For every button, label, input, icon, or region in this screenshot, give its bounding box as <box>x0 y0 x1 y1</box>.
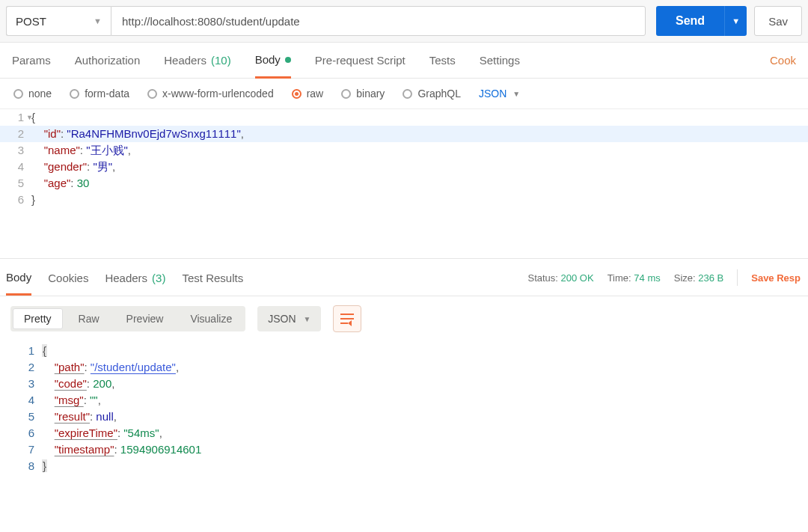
resp-tab-headers[interactable]: Headers (3) <box>105 272 165 294</box>
tab-tests[interactable]: Tests <box>429 54 456 77</box>
send-button-group: Send ▼ <box>656 6 747 36</box>
body-indicator-dot <box>285 57 291 63</box>
wrap-lines-button[interactable] <box>333 305 361 332</box>
cookies-link[interactable]: Cook <box>770 54 796 77</box>
url-input[interactable] <box>111 6 646 36</box>
response-format-select[interactable]: JSON ▼ <box>257 306 321 331</box>
request-tabs: Params Authorization Headers (10) Body P… <box>0 43 808 79</box>
body-type-row: none form-data x-www-form-urlencoded raw… <box>0 79 808 109</box>
resp-tab-headers-label: Headers <box>105 272 147 284</box>
save-response-button[interactable]: Save Resp <box>751 272 801 284</box>
size-label: Size: <box>674 272 696 284</box>
view-pretty[interactable]: Pretty <box>13 308 63 329</box>
divider <box>737 269 738 286</box>
view-raw[interactable]: Raw <box>65 306 113 331</box>
time-value: 74 ms <box>634 272 660 284</box>
send-dropdown[interactable]: ▼ <box>724 6 747 36</box>
body-type-form-data[interactable]: form-data <box>70 88 129 100</box>
send-button[interactable]: Send <box>656 6 724 36</box>
view-preview[interactable]: Preview <box>113 306 177 331</box>
tab-headers[interactable]: Headers (10) <box>164 54 230 77</box>
tab-headers-label: Headers <box>164 54 206 67</box>
view-visualize[interactable]: Visualize <box>177 306 245 331</box>
chevron-down-icon: ▼ <box>94 16 102 25</box>
resp-tab-cookies[interactable]: Cookies <box>48 272 88 294</box>
resp-tab-test-results[interactable]: Test Results <box>182 272 243 294</box>
status-value: 200 OK <box>561 272 594 284</box>
tab-body[interactable]: Body <box>255 53 291 79</box>
response-body-viewer[interactable]: 1{2 "path": "/student/update",3 "code": … <box>0 341 808 474</box>
method-value: POST <box>16 15 46 28</box>
tab-params[interactable]: Params <box>12 54 51 77</box>
time-label: Time: <box>607 272 631 284</box>
content-type-select[interactable]: JSON ▼ <box>479 88 520 100</box>
chevron-down-icon: ▼ <box>732 16 740 25</box>
view-mode-group: Pretty Raw Preview Visualize <box>10 306 245 331</box>
headers-count: (10) <box>211 54 231 67</box>
response-format-value: JSON <box>268 313 296 325</box>
response-meta: Status: 200 OK Time: 74 ms Size: 236 B S… <box>527 269 801 296</box>
wrap-icon <box>340 314 354 324</box>
save-button[interactable]: Sav <box>754 6 802 36</box>
resp-tab-body[interactable]: Body <box>6 271 31 296</box>
body-type-graphql[interactable]: GraphQL <box>403 88 461 100</box>
method-select[interactable]: POST ▼ <box>6 6 111 36</box>
body-type-none[interactable]: none <box>13 88 52 100</box>
tab-prerequest[interactable]: Pre-request Script <box>315 54 405 77</box>
status-label: Status: <box>527 272 557 284</box>
request-bar: POST ▼ Send ▼ Sav <box>0 0 808 43</box>
tab-body-label: Body <box>255 53 281 66</box>
tab-authorization[interactable]: Authorization <box>75 54 141 77</box>
resp-headers-count: (3) <box>152 272 165 284</box>
chevron-down-icon: ▼ <box>304 315 311 323</box>
body-type-urlencoded[interactable]: x-www-form-urlencoded <box>147 88 274 100</box>
content-type-value: JSON <box>479 88 506 100</box>
body-type-raw[interactable]: raw <box>292 88 324 100</box>
response-tabs: Body Cookies Headers (3) Test Results St… <box>0 259 808 296</box>
request-body-editor[interactable]: 1▼{2 "id": "Ra4NFHMBnv0Ejd7wSnxg11111",3… <box>0 109 808 259</box>
chevron-down-icon: ▼ <box>512 90 520 98</box>
body-type-binary[interactable]: binary <box>341 88 385 100</box>
response-toolbar: Pretty Raw Preview Visualize JSON ▼ <box>0 296 808 341</box>
tab-settings[interactable]: Settings <box>480 54 520 77</box>
size-value: 236 B <box>698 272 723 284</box>
